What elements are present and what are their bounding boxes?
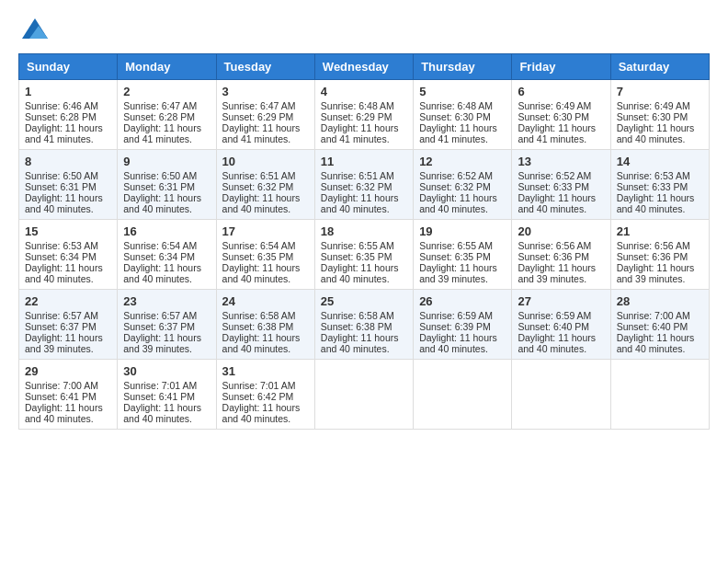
day-number: 29 [25, 364, 111, 378]
sunset-text: Sunset: 6:30 PM [518, 111, 604, 122]
day-number: 10 [222, 155, 309, 168]
day-number: 7 [617, 85, 703, 98]
sunset-text: Sunset: 6:31 PM [123, 181, 210, 192]
calendar-table: SundayMondayTuesdayWednesdayThursdayFrid… [18, 53, 710, 430]
sunset-text: Sunset: 6:36 PM [518, 251, 604, 262]
sunrise-text: Sunrise: 7:00 AM [25, 380, 111, 391]
calendar-day-header: Wednesday [314, 54, 413, 80]
sunrise-text: Sunrise: 6:59 AM [518, 310, 604, 321]
daylight-text: Daylight: 11 hours and 40 minutes. [321, 262, 407, 284]
day-number: 20 [518, 224, 604, 238]
sunset-text: Sunset: 6:29 PM [321, 111, 407, 122]
logo [18, 18, 48, 39]
daylight-text: Daylight: 11 hours and 40 minutes. [25, 262, 111, 284]
calendar-cell: 20Sunrise: 6:56 AMSunset: 6:36 PMDayligh… [512, 220, 610, 290]
sunrise-text: Sunrise: 6:47 AM [222, 100, 309, 111]
calendar-cell [414, 360, 512, 430]
sunrise-text: Sunrise: 6:58 AM [321, 310, 407, 321]
calendar-cell: 28Sunrise: 7:00 AMSunset: 6:40 PMDayligh… [610, 290, 709, 360]
sunset-text: Sunset: 6:31 PM [25, 181, 111, 192]
daylight-text: Daylight: 11 hours and 41 minutes. [321, 122, 407, 144]
sunrise-text: Sunrise: 6:54 AM [222, 240, 309, 251]
calendar-cell [610, 360, 709, 430]
daylight-text: Daylight: 11 hours and 40 minutes. [123, 192, 210, 214]
sunrise-text: Sunrise: 6:48 AM [321, 100, 407, 111]
daylight-text: Daylight: 11 hours and 40 minutes. [321, 192, 407, 214]
sunrise-text: Sunrise: 6:57 AM [123, 310, 210, 321]
daylight-text: Daylight: 11 hours and 40 minutes. [222, 192, 309, 214]
daylight-text: Daylight: 11 hours and 41 minutes. [123, 122, 210, 144]
calendar-cell: 7Sunrise: 6:49 AMSunset: 6:30 PMDaylight… [610, 80, 709, 150]
daylight-text: Daylight: 11 hours and 40 minutes. [518, 192, 604, 214]
daylight-text: Daylight: 11 hours and 40 minutes. [617, 122, 703, 144]
calendar-cell: 6Sunrise: 6:49 AMSunset: 6:30 PMDaylight… [512, 80, 610, 150]
sunrise-text: Sunrise: 6:51 AM [321, 170, 407, 181]
day-number: 12 [419, 155, 506, 168]
calendar-cell: 31Sunrise: 7:01 AMSunset: 6:42 PMDayligh… [216, 360, 314, 430]
calendar-cell: 2Sunrise: 6:47 AMSunset: 6:28 PMDaylight… [118, 80, 216, 150]
sunrise-text: Sunrise: 6:50 AM [123, 170, 210, 181]
sunrise-text: Sunrise: 6:52 AM [518, 170, 604, 181]
daylight-text: Daylight: 11 hours and 40 minutes. [222, 332, 309, 354]
sunset-text: Sunset: 6:30 PM [419, 111, 506, 122]
daylight-text: Daylight: 11 hours and 39 minutes. [419, 262, 506, 284]
day-number: 1 [25, 85, 111, 98]
calendar-cell: 14Sunrise: 6:53 AMSunset: 6:33 PMDayligh… [610, 150, 709, 220]
day-number: 15 [25, 224, 111, 238]
calendar-cell: 15Sunrise: 6:53 AMSunset: 6:34 PMDayligh… [19, 220, 118, 290]
sunset-text: Sunset: 6:36 PM [617, 251, 703, 262]
sunset-text: Sunset: 6:41 PM [123, 391, 210, 402]
calendar-cell: 23Sunrise: 6:57 AMSunset: 6:37 PMDayligh… [118, 290, 216, 360]
calendar-cell: 30Sunrise: 7:01 AMSunset: 6:41 PMDayligh… [118, 360, 216, 430]
sunrise-text: Sunrise: 6:54 AM [123, 240, 210, 251]
calendar-cell: 11Sunrise: 6:51 AMSunset: 6:32 PMDayligh… [314, 150, 413, 220]
sunset-text: Sunset: 6:32 PM [419, 181, 506, 192]
sunrise-text: Sunrise: 6:57 AM [25, 310, 111, 321]
calendar-cell: 19Sunrise: 6:55 AMSunset: 6:35 PMDayligh… [414, 220, 512, 290]
logo-icon [22, 18, 48, 39]
day-number: 11 [321, 155, 407, 168]
calendar-header-row: SundayMondayTuesdayWednesdayThursdayFrid… [19, 54, 710, 80]
calendar-cell: 5Sunrise: 6:48 AMSunset: 6:30 PMDaylight… [414, 80, 512, 150]
sunset-text: Sunset: 6:34 PM [123, 251, 210, 262]
sunrise-text: Sunrise: 7:00 AM [617, 310, 703, 321]
day-number: 13 [518, 155, 604, 168]
day-number: 9 [123, 155, 210, 168]
day-number: 16 [123, 224, 210, 238]
daylight-text: Daylight: 11 hours and 40 minutes. [222, 262, 309, 284]
sunrise-text: Sunrise: 6:47 AM [123, 100, 210, 111]
day-number: 30 [123, 364, 210, 378]
sunset-text: Sunset: 6:35 PM [321, 251, 407, 262]
calendar-cell: 17Sunrise: 6:54 AMSunset: 6:35 PMDayligh… [216, 220, 314, 290]
day-number: 8 [25, 155, 111, 168]
sunset-text: Sunset: 6:38 PM [321, 321, 407, 332]
calendar-cell [512, 360, 610, 430]
sunset-text: Sunset: 6:33 PM [617, 181, 703, 192]
calendar-cell: 8Sunrise: 6:50 AMSunset: 6:31 PMDaylight… [19, 150, 118, 220]
day-number: 2 [123, 85, 210, 98]
day-number: 17 [222, 224, 309, 238]
day-number: 4 [321, 85, 407, 98]
day-number: 21 [617, 224, 703, 238]
daylight-text: Daylight: 11 hours and 39 minutes. [123, 332, 210, 354]
sunset-text: Sunset: 6:42 PM [222, 391, 309, 402]
sunset-text: Sunset: 6:32 PM [222, 181, 309, 192]
daylight-text: Daylight: 11 hours and 41 minutes. [518, 122, 604, 144]
sunset-text: Sunset: 6:32 PM [321, 181, 407, 192]
calendar-day-header: Friday [512, 54, 610, 80]
day-number: 6 [518, 85, 604, 98]
calendar-cell: 24Sunrise: 6:58 AMSunset: 6:38 PMDayligh… [216, 290, 314, 360]
sunrise-text: Sunrise: 6:56 AM [518, 240, 604, 251]
sunset-text: Sunset: 6:37 PM [25, 321, 111, 332]
sunrise-text: Sunrise: 6:53 AM [25, 240, 111, 251]
page-header [18, 18, 710, 39]
calendar-cell: 10Sunrise: 6:51 AMSunset: 6:32 PMDayligh… [216, 150, 314, 220]
daylight-text: Daylight: 11 hours and 40 minutes. [617, 192, 703, 214]
sunrise-text: Sunrise: 6:55 AM [419, 240, 506, 251]
daylight-text: Daylight: 11 hours and 40 minutes. [617, 332, 703, 354]
day-number: 3 [222, 85, 309, 98]
sunset-text: Sunset: 6:35 PM [419, 251, 506, 262]
sunset-text: Sunset: 6:28 PM [123, 111, 210, 122]
day-number: 24 [222, 294, 309, 308]
sunset-text: Sunset: 6:38 PM [222, 321, 309, 332]
